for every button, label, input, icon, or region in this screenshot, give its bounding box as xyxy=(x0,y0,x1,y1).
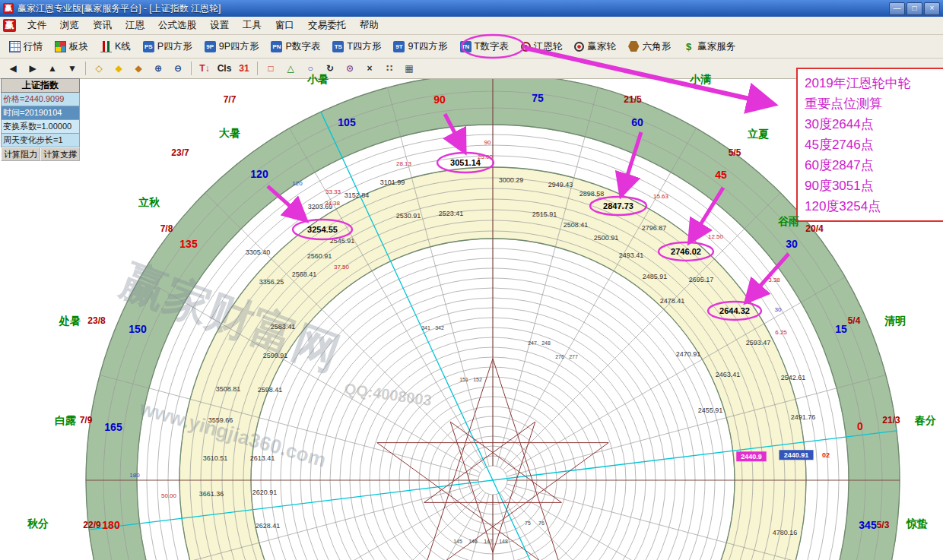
pointer-up-button[interactable]: ▲ xyxy=(43,60,62,78)
annotation-line: 重要点位测算 xyxy=(805,93,943,114)
winner-wheel-icon xyxy=(574,42,584,52)
menu-item-7[interactable]: 工具 xyxy=(236,17,268,33)
annotation-line: 2019年江恩轮中轮 xyxy=(805,73,943,93)
panel-row-3: 变换系数=1.00000 xyxy=(1,120,80,134)
t-down-button[interactable]: T↓ xyxy=(195,60,214,78)
hexagon-icon xyxy=(628,41,640,52)
toolbar-label: 六角形 xyxy=(643,40,672,53)
rect-tool-button[interactable]: □ xyxy=(261,60,281,78)
toolbar-label: P四方形 xyxy=(157,40,192,53)
toolbar-label: 赢家轮 xyxy=(587,40,616,53)
diamond-yellow-button[interactable]: ◆ xyxy=(109,60,129,78)
toolbar-label: K线 xyxy=(115,40,131,53)
sectors-icon xyxy=(55,41,66,52)
toolbar-button-sectors[interactable]: 板块 xyxy=(49,35,94,58)
toolbar-button-kline[interactable]: K线 xyxy=(94,35,137,58)
panel-row-1: 价格=2440.9099 xyxy=(1,93,80,106)
toolbar-button-gann-wheel[interactable]: 江恩轮 xyxy=(515,35,569,58)
toolbar-button-winner-wheel[interactable]: 赢家轮 xyxy=(568,35,622,58)
menu-item-10[interactable]: 帮助 xyxy=(353,17,386,33)
target-tool-button[interactable]: ⊙ xyxy=(340,60,360,78)
scale-tool-button[interactable]: ∷ xyxy=(379,60,399,78)
toolbar-button-p-table[interactable]: PNP数字表 xyxy=(265,35,326,58)
quote-icon xyxy=(9,41,21,52)
p-table-icon: PN xyxy=(271,41,282,52)
menu-item-2[interactable]: 浏览 xyxy=(53,17,86,33)
calendar-button[interactable]: 31 xyxy=(234,60,254,78)
toolbar-label: T数字表 xyxy=(475,40,509,53)
menu-item-5[interactable]: 公式选股 xyxy=(151,17,203,33)
close-button[interactable]: × xyxy=(924,2,940,15)
menu-item-9[interactable]: 交易委托 xyxy=(301,17,353,33)
forward-button[interactable]: ▶ xyxy=(23,60,43,78)
window-controls: —□× xyxy=(889,2,940,15)
zoom-in-button[interactable]: ⊕ xyxy=(148,60,168,78)
p-square-icon: PS xyxy=(143,41,154,52)
menu-items: 文件浏览资讯江恩公式选股设置工具窗口交易委托帮助 xyxy=(21,17,386,33)
winner-service-icon: $ xyxy=(683,41,694,52)
toolbar-button-9p-square[interactable]: 9P9P四方形 xyxy=(198,35,265,58)
annotation-line: 120度3254点 xyxy=(805,196,943,217)
window-titlebar: 赢 赢家江恩专业版[赢家服务平台] - [上证指数 江恩轮] —□× xyxy=(0,0,943,17)
toolbar-button-winner-service[interactable]: $赢家服务 xyxy=(677,35,741,58)
annotation-line: 45度2746点 xyxy=(805,134,943,155)
calc-support-button[interactable]: 计算支撑 xyxy=(40,147,80,161)
menu-item-6[interactable]: 设置 xyxy=(203,17,236,33)
toolbar-label: 江恩轮 xyxy=(534,40,563,53)
zoom-out-button[interactable]: ⊖ xyxy=(168,60,188,78)
panel-row-2: 时间=20190104 xyxy=(1,106,80,120)
toolbar-button-p-square[interactable]: PSP四方形 xyxy=(137,35,198,58)
index-name: 上证指数 xyxy=(1,78,80,93)
menu-item-1[interactable]: 文件 xyxy=(21,17,53,33)
select-tool-button[interactable]: ▦ xyxy=(399,60,419,78)
annotation-line: 30度2644点 xyxy=(805,114,943,134)
annotation-box: 2019年江恩轮中轮重要点位测算30度2644点45度2746点60度2847点… xyxy=(796,68,943,222)
toolbar-label: 9P四方形 xyxy=(219,40,259,53)
triangle-tool-button[interactable]: △ xyxy=(281,60,300,78)
toolbar-separator xyxy=(257,62,258,75)
brand-logo-icon: 赢 xyxy=(3,19,16,32)
toolbar-button-hexagon[interactable]: 六角形 xyxy=(622,35,678,58)
menu-item-4[interactable]: 江恩 xyxy=(119,17,151,33)
toolbar-button-t-table[interactable]: TNT数字表 xyxy=(454,35,515,58)
delete-tool-button[interactable]: × xyxy=(360,60,379,78)
back-button[interactable]: ◀ xyxy=(3,60,23,78)
index-values: 价格=2440.9099时间=20190104变换系数=1.00000周天变化步… xyxy=(1,93,80,147)
toolbar-separator xyxy=(191,62,192,75)
window-title: 赢家江恩专业版[赢家服务平台] - [上证指数 江恩轮] xyxy=(17,2,889,15)
toolbar-label: 赢家服务 xyxy=(697,40,735,53)
toolbar-label: 行情 xyxy=(24,40,43,53)
t-table-icon: TN xyxy=(460,41,472,52)
9t-square-icon: 9T xyxy=(393,41,405,52)
toolbar-button-t-square[interactable]: TST四方形 xyxy=(326,35,387,58)
kline-icon xyxy=(100,41,112,52)
menu-item-3[interactable]: 资讯 xyxy=(86,17,119,33)
toolbar-label: T四方形 xyxy=(347,40,381,53)
toolbar-label: P数字表 xyxy=(285,40,320,53)
gann-wheel-icon xyxy=(521,42,531,52)
ellipse-tool-button[interactable]: ○ xyxy=(300,60,320,78)
toolbar-separator xyxy=(85,62,86,75)
app-icon: 赢 xyxy=(3,3,14,14)
main-toolbar: 行情板块K线PSP四方形9P9P四方形PNP数字表TST四方形9T9T四方形TN… xyxy=(0,35,943,59)
index-info-panel: 上证指数 价格=2440.9099时间=20190104变换系数=1.00000… xyxy=(1,78,80,161)
maximize-button[interactable]: □ xyxy=(906,2,922,15)
9p-square-icon: 9P xyxy=(205,41,216,52)
toolbar-label: 板块 xyxy=(69,40,88,53)
filter-button[interactable]: ▼ xyxy=(62,60,82,78)
minimize-button[interactable]: — xyxy=(889,2,905,15)
diamond-outline-button[interactable]: ◇ xyxy=(89,60,109,78)
menu-item-8[interactable]: 窗口 xyxy=(268,17,301,33)
panel-buttons: 计算阻力计算支撑 xyxy=(1,147,80,161)
diamond-orange-button[interactable]: ◆ xyxy=(129,60,148,78)
toolbar-button-9t-square[interactable]: 9T9T四方形 xyxy=(387,35,453,58)
calc-resistance-button[interactable]: 计算阻力 xyxy=(1,147,40,161)
toolbar-label: 9T四方形 xyxy=(408,40,447,53)
cls-button[interactable]: Cls xyxy=(214,60,234,78)
t-square-icon: TS xyxy=(332,41,344,52)
annotation-line: 60度2847点 xyxy=(805,155,943,176)
toolbar-button-quote[interactable]: 行情 xyxy=(3,35,49,58)
menu-bar: 赢 文件浏览资讯江恩公式选股设置工具窗口交易委托帮助 xyxy=(0,17,943,35)
panel-row-4: 周天变化步长=1 xyxy=(1,134,80,147)
rotate-tool-button[interactable]: ↻ xyxy=(320,60,340,78)
